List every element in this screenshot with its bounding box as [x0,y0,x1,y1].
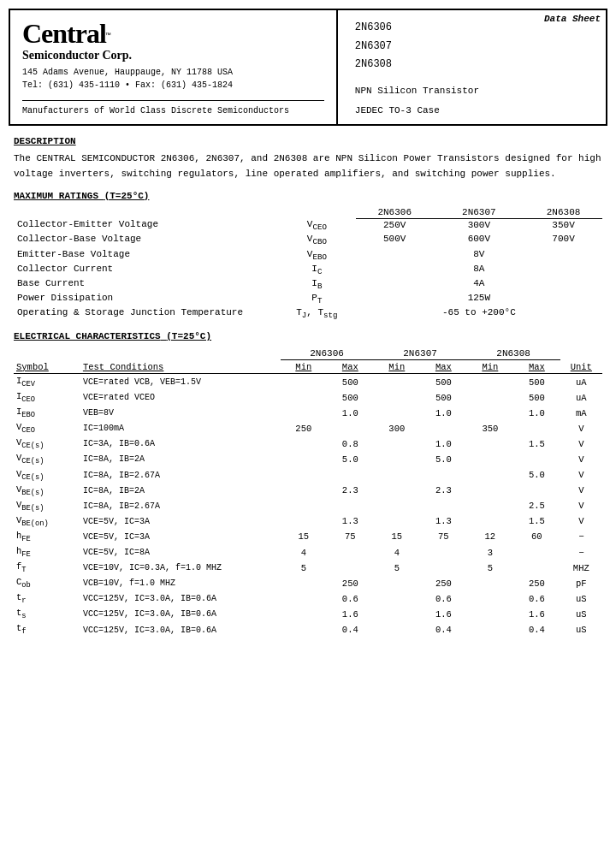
elec-conditions: IC=8A, IB=2.67A [80,467,281,483]
elec-max3: 1.6 [513,607,560,622]
elec-unit: V [560,467,602,483]
elec-max2: 1.0 [420,406,467,421]
ratings-val-6307: 300V [434,218,525,233]
elec-max2: 5.0 [420,452,467,467]
elec-symbol: tf [14,622,80,638]
elec-symbol: ts [14,607,80,622]
ratings-val-6306 [356,292,434,306]
elec-symbol: VBE(s) [14,483,80,498]
ratings-param: Operating & Storage Junction Temperature [14,306,278,321]
ratings-val-6308: 700V [524,233,602,247]
max-ratings-table: 2N6306 2N6307 2N6308 Collector-Emitter V… [14,206,602,322]
ratings-val-6306 [356,306,434,321]
col-header-min3: Min [467,360,514,374]
company-addr1: 145 Adams Avenue, Hauppauge, NY 11788 US… [22,66,324,79]
ratings-val-6307: 600V [434,233,525,247]
elec-max2: 0.6 [420,591,467,607]
elec-min2 [374,483,421,498]
elec-row: tf VCC=125V, IC=3.0A, IB=0.6A 0.4 0.4 0.… [14,622,602,638]
elec-symbol: fT [14,561,80,576]
ratings-row: Collector-Emitter Voltage VCEO 250V 300V… [14,218,602,233]
elec-max2: 250 [420,576,467,591]
elec-min3 [467,452,514,467]
elec-symbol: ICEV [14,374,80,390]
elec-row: Cob VCB=10V, f=1.0 MHZ 250 250 250 pF [14,576,602,591]
elec-min1: 4 [281,545,328,561]
elec-conditions: VCE=5V, IC=8A [80,545,281,561]
part-case: JEDEC TO-3 Case [355,105,589,116]
elec-symbol: VBE(on) [14,513,80,529]
elec-row: ts VCC=125V, IC=3.0A, IB=0.6A 1.6 1.6 1.… [14,607,602,622]
elec-conditions: VCC=125V, IC=3.0A, IB=0.6A [80,622,281,638]
elec-row: VCE(s) IC=3A, IB=0.6A 0.8 1.0 1.5 V [14,436,602,452]
elec-conditions: VCE=10V, IC=0.3A, f=1.0 MHZ [80,561,281,576]
content: DESCRIPTION The CENTRAL SEMICONDUCTOR 2N… [9,136,607,638]
elec-unit: mA [560,406,602,421]
elec-unit: uA [560,390,602,406]
elec-unit: V [560,452,602,467]
elec-max1: 1.6 [327,607,374,622]
elec-max2: 75 [420,529,467,544]
ratings-row: Operating & Storage Junction Temperature… [14,306,602,321]
elec-min3 [467,498,514,513]
elec-conditions: IC=8A, IB=2A [80,483,281,498]
elec-unit: − [560,529,602,544]
elec-symbol: Cob [14,576,80,591]
elec-max1: 2.3 [327,483,374,498]
elec-min1 [281,452,328,467]
elec-max3 [513,561,560,576]
ratings-val-6307: 4A [434,277,525,292]
ratings-symbol: VCEO [278,218,356,233]
elec-min2 [374,591,421,607]
elec-max2 [420,561,467,576]
elec-col-headers: Symbol Test Conditions Min Max Min Max M… [14,360,602,374]
elec-min2 [374,436,421,452]
elec-max2: 500 [420,374,467,390]
elec-max3: 1.5 [513,513,560,529]
elec-unit: uS [560,622,602,638]
elec-symbol: IEBO [14,406,80,421]
header-right: 2N6306 2N6307 2N6308 NPN Silicon Transis… [338,10,606,124]
col-header-unit: Unit [560,360,602,374]
elec-unit: uS [560,591,602,607]
elec-max3: 1.0 [513,406,560,421]
ratings-val-6306 [356,263,434,277]
elec-max1: 500 [327,374,374,390]
elec-symbol: VCE(s) [14,467,80,483]
elec-max1 [327,467,374,483]
elec-min3: 3 [467,545,514,561]
elec-max2 [420,421,467,436]
ratings-val-6308 [524,263,602,277]
elec-min2 [374,498,421,513]
elec-row: ICEO VCE=rated VCEO 500 500 500 uA [14,390,602,406]
data-sheet-label: Data Sheet [544,14,601,24]
elec-max1: 5.0 [327,452,374,467]
ratings-col-2n6306: 2N6306 [356,206,434,219]
elec-conditions: VEB=8V [80,406,281,421]
elec-max2: 0.4 [420,622,467,638]
elec-unit: MHZ [560,561,602,576]
header-left: Central™ Semiconductor Corp. 145 Adams A… [10,10,338,124]
elec-min3: 12 [467,529,514,544]
elec-max2: 1.3 [420,513,467,529]
elec-max3: 2.5 [513,498,560,513]
elec-min3 [467,607,514,622]
elec-row: hFE VCE=5V, IC=8A 4 4 3 − [14,545,602,561]
elec-min3 [467,591,514,607]
elec-min1 [281,467,328,483]
ratings-symbol: PT [278,292,356,306]
elec-max1: 1.0 [327,406,374,421]
company-sub: Semiconductor Corp. [22,49,324,62]
elec-unit: V [560,436,602,452]
elec-min3 [467,576,514,591]
elec-max1: 250 [327,576,374,591]
elec-min1 [281,436,328,452]
ratings-val-6306: 500V [356,233,434,247]
elec-max3 [513,421,560,436]
elec-unit: V [560,483,602,498]
elec-min2 [374,406,421,421]
ratings-param: Base Current [14,277,278,292]
ratings-val-6308 [524,277,602,292]
header-box: Data Sheet Central™ Semiconductor Corp. … [9,9,607,126]
elec-max3 [513,452,560,467]
